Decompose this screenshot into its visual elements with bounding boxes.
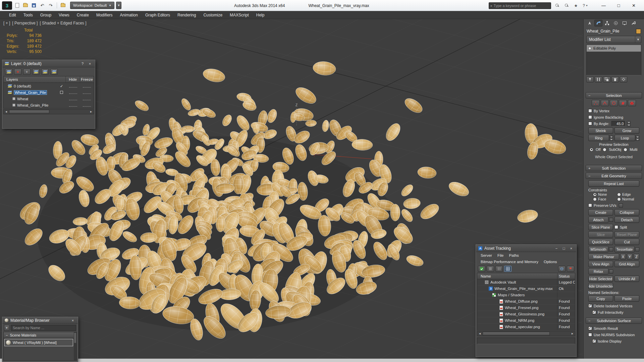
asset-row[interactable]: Wheat_Glossiness.pngFound: [477, 311, 575, 317]
menu-maxscript[interactable]: MAXScript: [226, 11, 253, 19]
list-view-icon[interactable]: [487, 266, 494, 272]
scroll-right-icon[interactable]: ►: [570, 331, 575, 336]
attach-list-icon[interactable]: [609, 218, 613, 222]
stack-visibility-icon[interactable]: [588, 47, 591, 50]
search-options-icon[interactable]: ▼: [4, 325, 9, 331]
help-icon[interactable]: ?: [80, 62, 85, 66]
details-view-icon[interactable]: [495, 266, 503, 272]
workspace-dropdown[interactable]: Workspace: Default ▼: [70, 2, 114, 9]
network-paths-icon[interactable]: [558, 266, 566, 272]
community-icon[interactable]: [563, 2, 570, 9]
search-icon[interactable]: [554, 2, 560, 9]
menu-animation[interactable]: Animation: [116, 11, 142, 19]
layer-properties-icon[interactable]: [50, 69, 58, 75]
grid-align-button[interactable]: Grid Align: [614, 261, 639, 267]
rollout-selection-header[interactable]: − Selection: [586, 92, 642, 99]
relax-settings-icon[interactable]: [609, 269, 613, 274]
constraint-edge-radio[interactable]: [617, 193, 621, 196]
tessellate-settings-icon[interactable]: [635, 247, 639, 251]
stack-item-editable-poly[interactable]: Editable Poly: [587, 45, 641, 52]
add-to-layer-icon[interactable]: +: [23, 69, 31, 75]
scroll-thumb[interactable]: [9, 110, 49, 114]
make-planar-button[interactable]: Make Planar: [588, 253, 619, 260]
polygon-subobject-icon[interactable]: [619, 100, 627, 106]
collapse-button[interactable]: Collapse: [614, 209, 639, 216]
scroll-thumb[interactable]: [483, 332, 550, 336]
remove-modifier-icon[interactable]: [611, 76, 619, 82]
ignore-backfacing-checkbox[interactable]: [588, 115, 592, 119]
menu-rendering[interactable]: Rendering: [174, 11, 200, 19]
tessellate-button[interactable]: Tessellate: [614, 246, 635, 252]
copy-button[interactable]: Copy: [588, 295, 613, 302]
layer-hide-cell[interactable]: [66, 97, 80, 101]
maximize-icon[interactable]: □: [561, 246, 567, 250]
object-name-field[interactable]: Wheat_Grain_Pile: [587, 29, 634, 34]
select-layer-objects-icon[interactable]: [32, 69, 40, 75]
shrink-button[interactable]: Shrink: [588, 127, 613, 134]
show-end-result-icon[interactable]: [595, 76, 602, 82]
asset-row[interactable]: Autodesk VaultLogged C: [477, 279, 575, 286]
scroll-left-icon[interactable]: ◄: [477, 331, 482, 336]
app-logo-icon[interactable]: 3: [2, 1, 12, 10]
preserve-uvs-checkbox[interactable]: [588, 203, 592, 207]
scene-materials-section[interactable]: − Scene Materials: [4, 332, 76, 338]
grow-button[interactable]: Grow: [614, 127, 639, 134]
viewport-menu-general[interactable]: [ + ]: [3, 21, 10, 25]
viewport-menu-pov[interactable]: [ Perspective ]: [12, 21, 38, 25]
layer-current-cell[interactable]: ✓: [57, 84, 66, 88]
help-menu-icon[interactable]: ?▼: [582, 2, 589, 9]
element-subobject-icon[interactable]: [628, 100, 636, 106]
layer-row[interactable]: 0 (default)✓: [4, 83, 94, 89]
paste-button[interactable]: Paste: [614, 295, 639, 302]
column-hide[interactable]: Hide: [66, 76, 80, 82]
border-subobject-icon[interactable]: [610, 100, 618, 106]
at-menu-server[interactable]: Server: [478, 253, 495, 257]
by-angle-value-field[interactable]: 45.0: [611, 121, 625, 126]
full-interactivity-checkbox[interactable]: [592, 310, 596, 314]
motion-tab-icon[interactable]: [612, 20, 620, 26]
constraint-face-radio[interactable]: [593, 197, 597, 201]
help-search-box[interactable]: ▸: [489, 2, 551, 9]
ring-button[interactable]: Ring: [588, 135, 609, 141]
use-nurms-checkbox[interactable]: [588, 333, 592, 337]
redo-icon[interactable]: ↷: [47, 2, 54, 9]
column-layers[interactable]: Layers: [4, 76, 66, 82]
asset-row[interactable]: Maps / Shaders: [477, 292, 575, 298]
asset-status-field[interactable]: [477, 338, 575, 344]
quickslice-button[interactable]: QuickSlice: [588, 239, 613, 245]
layer-row[interactable]: Wheat_Grain_Pile: [4, 89, 94, 96]
material-item[interactable]: Wheat ( VRayMtl ) [Wheat]: [4, 339, 73, 346]
new-file-icon[interactable]: [14, 2, 20, 9]
column-status[interactable]: Status: [557, 274, 575, 278]
layer-freeze-cell[interactable]: [80, 103, 94, 107]
menu-graph-editors[interactable]: Graph Editors: [142, 11, 174, 19]
menu-customize[interactable]: Customize: [200, 11, 226, 19]
preserve-uvs-settings-icon[interactable]: [619, 203, 623, 207]
create-button[interactable]: Create: [588, 209, 613, 216]
isoline-display-checkbox[interactable]: [592, 339, 596, 343]
layer-freeze-cell[interactable]: [80, 90, 94, 95]
asset-row[interactable]: Wheat_Fresnel.pngFound: [477, 305, 575, 311]
configure-modifier-sets-icon[interactable]: [620, 76, 627, 82]
hide-unselected-button[interactable]: Hide Unselected: [588, 283, 613, 289]
layer-row[interactable]: Wheat: [4, 96, 94, 102]
rollout-soft-selection-header[interactable]: + Soft Selection: [586, 165, 642, 171]
hide-selected-button[interactable]: Hide Selected: [588, 276, 613, 282]
fetch-icon[interactable]: [60, 2, 66, 9]
asset-tracking-titlebar[interactable]: A Asset Tracking − □ ×: [476, 245, 576, 252]
relax-button[interactable]: Relax: [588, 268, 608, 275]
at-menu-file[interactable]: File: [495, 253, 506, 257]
create-tab-icon[interactable]: [586, 20, 594, 26]
split-checkbox[interactable]: [614, 225, 618, 229]
by-angle-checkbox[interactable]: [588, 122, 592, 125]
viewport-menu-shading[interactable]: [ Shaded + Edged Faces ]: [40, 21, 86, 25]
open-file-icon[interactable]: [22, 2, 29, 9]
display-tab-icon[interactable]: [621, 20, 629, 26]
axis-y-button[interactable]: Y: [627, 253, 633, 260]
layer-hscrollbar[interactable]: ◄ ►: [3, 109, 94, 114]
minimize-button[interactable]: —: [596, 1, 611, 10]
slice-plane-button[interactable]: Slice Plane: [588, 224, 613, 230]
preview-subobj-radio[interactable]: [603, 148, 606, 152]
save-file-icon[interactable]: [31, 2, 37, 9]
asset-row[interactable]: Wheat_specular.pngFound: [477, 324, 575, 330]
